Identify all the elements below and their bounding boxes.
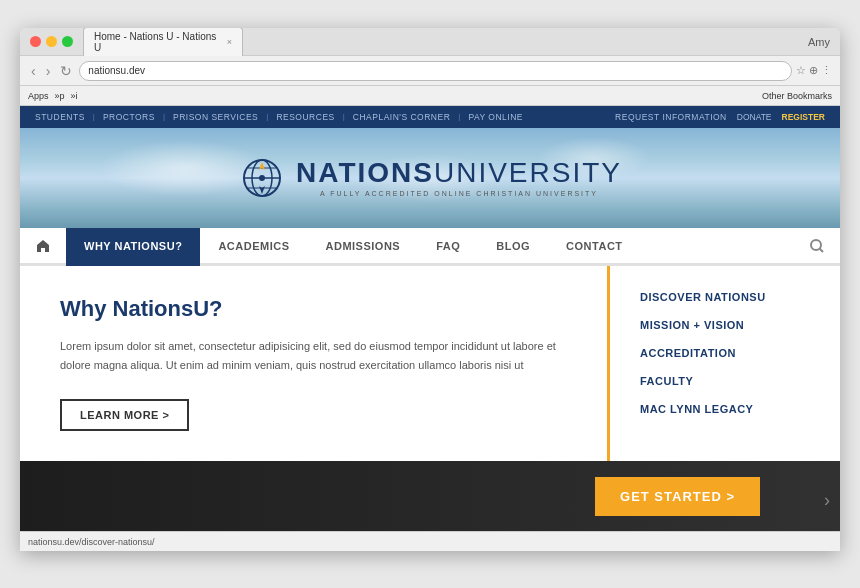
top-nav-proctors[interactable]: PROCTORS — [103, 112, 155, 122]
nav-blog[interactable]: BLOG — [478, 228, 548, 266]
nav-why-nationsu[interactable]: WHY NATIONSU? — [66, 228, 200, 266]
register-link[interactable]: REGISTER — [782, 112, 825, 122]
back-button[interactable]: ‹ — [28, 63, 39, 79]
user-name: Amy — [808, 36, 830, 48]
tab-bar: Home - Nations U - Nations U × — [83, 28, 808, 56]
sidebar-item-accreditation[interactable]: ACCREDITATION — [640, 347, 810, 359]
logo-subtitle: A FULLY ACCREDITED ONLINE CHRISTIAN UNIV… — [296, 190, 622, 197]
logo-nations: NATIONS — [296, 159, 434, 187]
main-nav: WHY NATIONSU? ACADEMICS ADMISSIONS FAQ B… — [20, 228, 840, 266]
footer-arrow-icon: › — [824, 490, 830, 511]
toolbar-icons: ☆ ⊕ ⋮ — [796, 64, 832, 77]
browser-toolbar: ‹ › ↻ nationsu.dev ☆ ⊕ ⋮ — [20, 56, 840, 86]
content-area: Why NationsU? Lorem ipsum dolor sit amet… — [20, 266, 840, 461]
nav-search-button[interactable] — [794, 228, 840, 263]
footer-cta-area: GET STARTED > › — [20, 461, 840, 531]
browser-tab[interactable]: Home - Nations U - Nations U × — [83, 28, 243, 56]
top-nav-resources[interactable]: RESOURCES — [276, 112, 334, 122]
hero-banner: NATIONS UNIVERSITY A FULLY ACCREDITED ON… — [20, 128, 840, 228]
nav-faq[interactable]: FAQ — [418, 228, 478, 266]
forward-button[interactable]: › — [43, 63, 54, 79]
top-nav-right: REQUEST INFORMATION DONATE REGISTER — [615, 112, 825, 122]
nav-contact[interactable]: CONTACT — [548, 228, 640, 266]
svg-marker-6 — [259, 186, 265, 194]
tab-close-icon[interactable]: × — [227, 37, 232, 47]
logo-text: NATIONS UNIVERSITY A FULLY ACCREDITED ON… — [296, 159, 622, 197]
svg-marker-5 — [259, 162, 265, 170]
bookmarks-other[interactable]: »i — [71, 91, 78, 101]
sidebar-item-discover[interactable]: DISCOVER NATIONSU — [640, 291, 810, 303]
star-icon[interactable]: ☆ — [796, 64, 806, 77]
svg-point-7 — [259, 175, 265, 181]
browser-titlebar: Home - Nations U - Nations U × Amy — [20, 28, 840, 56]
top-nav: STUDENTS | PROCTORS | PRISON SERVICES | … — [20, 106, 840, 128]
sidebar-item-mac-lynn[interactable]: MAC LYNN LEGACY — [640, 403, 810, 415]
search-icon — [809, 238, 825, 254]
bookmarks-bar: Apps »p »i Other Bookmarks — [20, 86, 840, 106]
maximize-button[interactable] — [62, 36, 73, 47]
sidebar-item-mission[interactable]: MISSION + VISION — [640, 319, 810, 331]
top-nav-chaplain[interactable]: CHAPLAIN'S CORNER — [353, 112, 451, 122]
address-text: nationsu.dev — [88, 65, 145, 76]
traffic-lights — [30, 36, 73, 47]
request-info-link[interactable]: REQUEST INFORMATION — [615, 112, 727, 122]
nav-admissions[interactable]: ADMISSIONS — [308, 228, 419, 266]
top-nav-prison[interactable]: PRISON SERVICES — [173, 112, 258, 122]
logo-container: NATIONS UNIVERSITY A FULLY ACCREDITED ON… — [238, 154, 622, 202]
home-icon — [35, 238, 51, 254]
svg-line-9 — [820, 248, 824, 252]
content-body: Lorem ipsum dolor sit amet, consectetur … — [60, 337, 567, 374]
minimize-button[interactable] — [46, 36, 57, 47]
sidebar-item-faculty[interactable]: FACULTY — [640, 375, 810, 387]
browser-window: Home - Nations U - Nations U × Amy ‹ › ↻… — [20, 28, 840, 551]
close-button[interactable] — [30, 36, 41, 47]
nav-academics[interactable]: ACADEMICS — [200, 228, 307, 266]
get-started-button[interactable]: GET STARTED > — [595, 477, 760, 516]
bookmark-icon[interactable]: ⊕ — [809, 64, 818, 77]
bookmarks-more[interactable]: »p — [55, 91, 65, 101]
website-content: STUDENTS | PROCTORS | PRISON SERVICES | … — [20, 106, 840, 531]
sidebar: DISCOVER NATIONSU MISSION + VISION ACCRE… — [610, 266, 840, 461]
address-bar[interactable]: nationsu.dev — [79, 61, 792, 81]
bookmarks-apps[interactable]: Apps — [28, 91, 49, 101]
refresh-button[interactable]: ↻ — [57, 63, 75, 79]
top-nav-students[interactable]: STUDENTS — [35, 112, 85, 122]
top-nav-links: STUDENTS | PROCTORS | PRISON SERVICES | … — [35, 112, 523, 122]
status-bar: nationsu.dev/discover-nationsu/ — [20, 531, 840, 551]
bookmarks-other-label[interactable]: Other Bookmarks — [762, 91, 832, 101]
donate-link[interactable]: DONATE — [737, 112, 772, 122]
top-nav-pay[interactable]: PAY ONLINE — [468, 112, 523, 122]
logo-university: UNIVERSITY — [434, 159, 622, 187]
logo-globe-icon — [238, 154, 286, 202]
tab-title: Home - Nations U - Nations U — [94, 31, 222, 53]
content-title: Why NationsU? — [60, 296, 567, 322]
main-content: Why NationsU? Lorem ipsum dolor sit amet… — [20, 266, 610, 461]
status-url: nationsu.dev/discover-nationsu/ — [28, 537, 155, 547]
learn-more-button[interactable]: LEARN MORE > — [60, 399, 189, 431]
menu-icon[interactable]: ⋮ — [821, 64, 832, 77]
nav-home-button[interactable] — [20, 228, 66, 263]
